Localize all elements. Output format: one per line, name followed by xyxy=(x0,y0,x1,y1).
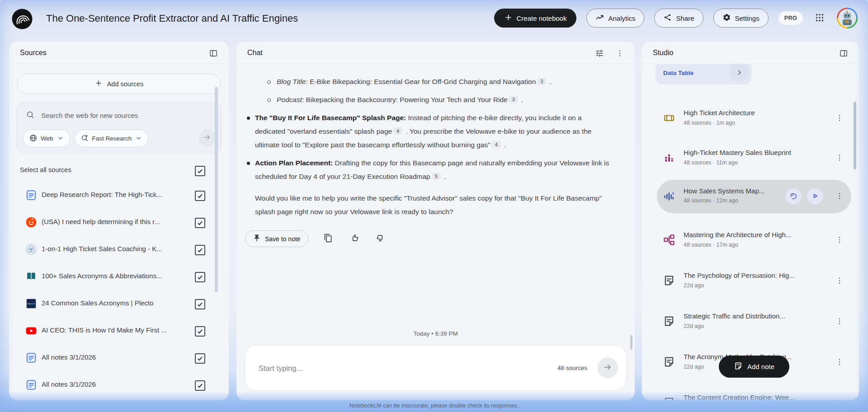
citation-chip[interactable]: 3 xyxy=(509,96,518,103)
tune-sliders-icon xyxy=(595,49,604,59)
plus-icon xyxy=(94,79,103,89)
source-checkbox[interactable] xyxy=(195,245,205,255)
studio-item-meta: 22d ago xyxy=(684,323,704,329)
send-message-button[interactable] xyxy=(597,357,618,378)
source-checkbox[interactable] xyxy=(195,299,205,309)
add-sources-button[interactable]: Add sources xyxy=(17,74,221,94)
chat-panel-header: Chat xyxy=(236,42,635,64)
collapse-sources-panel-button[interactable] xyxy=(207,47,220,61)
sources-panel: Sources Add sources Search the web for n… xyxy=(9,42,229,400)
studio-item-more-button[interactable] xyxy=(834,234,845,247)
source-checkbox[interactable] xyxy=(195,191,205,201)
select-all-checkbox[interactable] xyxy=(195,166,205,176)
sources-count: 48 sources xyxy=(557,365,587,371)
studio-item-more-button[interactable] xyxy=(834,315,845,328)
play-icon xyxy=(811,192,820,202)
studio-item-title: High-Ticket Mastery Sales Blueprint xyxy=(684,149,824,156)
source-checkbox[interactable] xyxy=(195,326,205,337)
more-vert-icon xyxy=(835,358,844,367)
share-button[interactable]: Share xyxy=(654,9,703,28)
source-row[interactable]: All notes 3/1/2026 xyxy=(9,347,229,369)
add-note-button[interactable]: Add note xyxy=(719,356,789,378)
top-bar: The One-Sentence Profit Extractor and AI… xyxy=(0,0,868,42)
sources-panel-title: Sources xyxy=(20,49,47,57)
studio-item-more-button[interactable] xyxy=(834,152,845,165)
studio-item-more-button[interactable] xyxy=(834,356,845,369)
source-row[interactable]: (USA) I need help determining if this r.… xyxy=(9,211,229,233)
main-bullet-list: The "Buy It For Life Basecamp" Splash Pa… xyxy=(255,111,612,183)
list-item: Action Plan Placement: Drafting the copy… xyxy=(255,156,612,183)
source-title: AI CEO: THIS is How I'd Make My First ..… xyxy=(42,326,177,334)
studio-item-more-button[interactable] xyxy=(834,112,845,125)
web-source-type-chip[interactable]: Web xyxy=(23,130,70,147)
flashcards-icon xyxy=(663,112,675,126)
studio-item-more-button[interactable] xyxy=(834,397,845,400)
create-notebook-button[interactable]: Create notebook xyxy=(494,9,577,28)
source-row[interactable]: AI CEO: THIS is How I'd Make My First ..… xyxy=(9,320,229,342)
note-icon xyxy=(734,361,743,372)
source-row[interactable]: 1-on-1 High Ticket Sales Coaching - K... xyxy=(9,239,229,260)
citation-chip[interactable]: 4 xyxy=(492,141,501,148)
source-row[interactable]: All notes 3/1/2026 xyxy=(9,374,229,396)
studio-item-row-selected[interactable]: How Sales Systems Map... 48 sources · 12… xyxy=(642,180,859,213)
source-checkbox[interactable] xyxy=(195,380,205,391)
thumbs-up-button[interactable] xyxy=(348,232,361,246)
chat-more-options-button[interactable] xyxy=(614,47,626,61)
save-to-note-button[interactable]: Save to note xyxy=(245,230,308,247)
studio-item-row[interactable]: The Psychology of Persuasion: Hig... 22d… xyxy=(642,268,859,294)
analytics-button[interactable]: Analytics xyxy=(586,9,644,28)
copy-button[interactable] xyxy=(322,232,335,246)
thumbs-down-button[interactable] xyxy=(374,232,387,246)
user-avatar[interactable] xyxy=(836,7,858,29)
play-audio-button[interactable] xyxy=(807,188,823,205)
chat-date-divider: Today • 6:39 PM xyxy=(236,330,635,337)
citation-chip[interactable]: 3 xyxy=(537,78,546,85)
trending-up-icon xyxy=(595,13,604,23)
more-vert-icon xyxy=(835,114,844,123)
studio-item-row[interactable]: The Content Creation Engine: Wee... xyxy=(642,390,859,400)
studio-item-row[interactable]: Strategic Traffic and Distribution... 22… xyxy=(642,309,859,334)
source-row[interactable]: 100+ Sales Acronyms & Abbreviations... xyxy=(9,266,229,287)
research-mode-chip[interactable]: Fast Research xyxy=(75,130,149,147)
arrow-right-icon xyxy=(603,362,613,374)
citation-chip[interactable]: 5 xyxy=(432,173,441,180)
source-row[interactable]: PLECTO 24 Common Sales Acronyms | Plecto xyxy=(9,293,229,314)
studio-item-more-button[interactable] xyxy=(834,190,845,203)
studio-item-row[interactable]: High-Ticket Mastery Sales Blueprint 48 s… xyxy=(642,145,859,171)
more-vert-icon xyxy=(616,49,624,59)
web-search-input[interactable]: Search the web for new sources xyxy=(17,103,221,121)
website-favicon-icon xyxy=(25,243,37,257)
search-option-chips: Web Fast Research xyxy=(23,130,148,147)
studio-item-more-button[interactable] xyxy=(834,275,845,288)
notebooklm-logo-icon[interactable] xyxy=(12,9,33,29)
source-checkbox[interactable] xyxy=(195,218,205,228)
studio-item-meta: 22d ago xyxy=(684,364,704,370)
source-row[interactable]: Deep Research Report: The High-Tick... xyxy=(9,184,229,206)
google-apps-grid-button[interactable] xyxy=(813,11,826,26)
expand-stud[interactable] xyxy=(837,47,850,61)
disclaimer-text: NotebookLM can be inaccurate; please dou… xyxy=(0,403,868,409)
studio-panel-header: Studio xyxy=(642,42,859,64)
chat-scrollbar[interactable] xyxy=(630,335,632,350)
chat-panel: Chat Blog Title: E-Bike Bikepacking: Ess… xyxy=(236,42,635,400)
source-checkbox[interactable] xyxy=(195,353,205,364)
studio-scrollbar[interactable] xyxy=(854,102,856,169)
studio-item-meta: 22d ago xyxy=(684,282,704,289)
settings-button[interactable]: Settings xyxy=(713,9,769,28)
more-vert-icon xyxy=(835,236,844,245)
studio-item-row[interactable]: Mastering the Architecture of High... 48… xyxy=(642,228,859,253)
plecto-logo-icon: PLECTO xyxy=(25,298,37,311)
source-checkbox[interactable] xyxy=(195,272,205,282)
citation-chip[interactable]: 4 xyxy=(393,127,402,135)
select-all-sources-label: Select all sources xyxy=(20,166,71,173)
notebooklm-doc-icon xyxy=(25,379,37,393)
sources-scrollbar[interactable] xyxy=(215,87,218,292)
studio-item-row[interactable]: High Ticket Architecture 48 sources · 1m… xyxy=(642,106,859,131)
assistant-message: Blog Title: E-Bike Bikepacking: Essentia… xyxy=(255,64,612,247)
chat-input[interactable] xyxy=(258,345,481,391)
studio-item-title: The Content Creation Engine: Wee... xyxy=(684,393,824,400)
panel-toggle-icon xyxy=(209,49,218,59)
search-submit-button[interactable] xyxy=(198,129,216,146)
chat-settings-button[interactable] xyxy=(593,47,606,61)
interactive-mode-button[interactable] xyxy=(785,188,802,205)
